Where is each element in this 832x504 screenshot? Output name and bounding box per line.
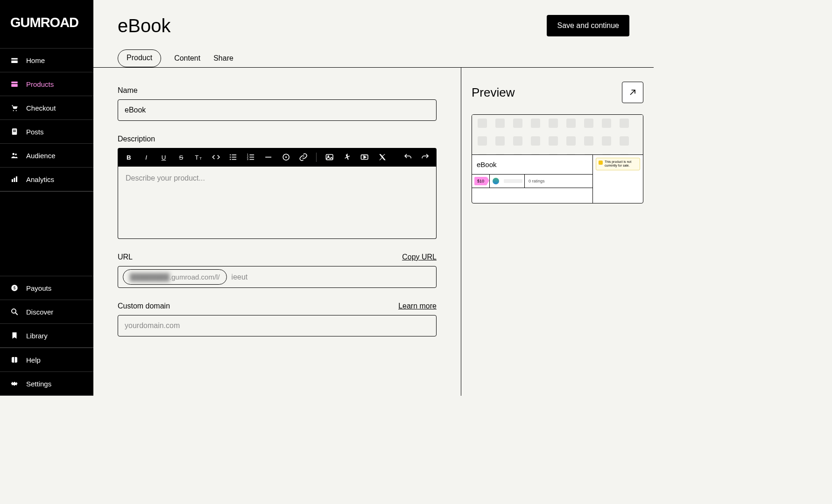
svg-point-26	[230, 159, 231, 160]
preview-notice-text: This product is not currently for sale.	[605, 160, 637, 168]
sidebar-item-checkout[interactable]: Checkout	[0, 96, 93, 120]
field-custom-domain: Custom domain Learn more	[118, 302, 437, 336]
twitter-button[interactable]	[378, 153, 387, 162]
nav-main: Home Products Checkout Posts Audience An…	[0, 48, 93, 191]
sidebar-item-home[interactable]: Home	[0, 49, 93, 72]
sidebar-item-label: Payouts	[26, 284, 51, 292]
description-label: Description	[118, 135, 155, 143]
posts-icon	[10, 127, 19, 136]
sidebar-item-label: Analytics	[26, 175, 54, 183]
preview-product-name: eBook	[472, 155, 592, 175]
editor-toolbar: B I U S TT 123	[118, 148, 437, 167]
tabs: Product Content Share	[118, 49, 629, 67]
italic-button[interactable]: I	[141, 153, 150, 162]
preview-notice: This product is not currently for sale.	[596, 158, 640, 170]
nav-secondary: $ Payouts Discover Library	[0, 276, 93, 348]
nav-spacer	[0, 191, 93, 276]
url-input-wrap: ████████.gumroad.com/l/	[118, 266, 437, 288]
name-input[interactable]	[118, 99, 437, 121]
sidebar-item-analytics[interactable]: Analytics	[0, 168, 93, 191]
page-title: eBook	[118, 15, 170, 36]
tab-product[interactable]: Product	[118, 49, 161, 67]
svg-rect-11	[12, 179, 13, 182]
svg-line-45	[630, 90, 635, 95]
sidebar-item-payouts[interactable]: $ Payouts	[0, 276, 93, 300]
image-button[interactable]	[325, 153, 334, 162]
horizontal-rule-button[interactable]	[264, 153, 273, 162]
open-preview-button[interactable]	[622, 82, 643, 103]
preview-author-placeholder	[504, 179, 522, 183]
numbered-list-button[interactable]: 123	[247, 153, 255, 162]
sidebar-item-label: Help	[26, 356, 41, 364]
save-and-continue-button[interactable]: Save and continue	[547, 15, 629, 36]
link-button[interactable]	[299, 153, 308, 162]
copy-url-link[interactable]: Copy URL	[402, 253, 437, 261]
tab-share[interactable]: Share	[213, 49, 233, 67]
sidebar-item-help[interactable]: Help	[0, 348, 93, 372]
sidebar-item-audience[interactable]: Audience	[0, 144, 93, 168]
quote-button[interactable]	[282, 153, 290, 162]
embed-button[interactable]	[343, 153, 352, 162]
strikethrough-button[interactable]: S	[176, 153, 185, 162]
payouts-icon: $	[10, 284, 19, 292]
toolbar-separator	[316, 153, 317, 162]
sidebar-item-label: Settings	[26, 380, 51, 388]
custom-domain-label: Custom domain	[118, 302, 170, 310]
main: eBook Save and continue Product Content …	[93, 0, 654, 396]
custom-domain-input[interactable]	[118, 315, 437, 336]
description-editor[interactable]: Describe your product...	[118, 167, 437, 239]
sidebar-item-label: Library	[26, 332, 48, 340]
svg-rect-3	[11, 84, 18, 87]
svg-rect-2	[11, 82, 18, 84]
learn-more-link[interactable]: Learn more	[398, 302, 437, 310]
header: eBook Save and continue Product Content …	[93, 0, 654, 68]
content-area: Name Description B I U S TT 123	[93, 68, 654, 396]
warning-icon	[599, 161, 603, 165]
svg-point-9	[13, 153, 15, 155]
tab-content[interactable]: Content	[174, 49, 200, 67]
form-panel: Name Description B I U S TT 123	[93, 68, 461, 396]
cart-icon	[10, 104, 19, 112]
svg-text:3: 3	[247, 158, 248, 161]
undo-button[interactable]	[403, 153, 412, 162]
sidebar-item-posts[interactable]: Posts	[0, 120, 93, 144]
text-size-button[interactable]: TT	[194, 153, 203, 162]
svg-rect-23	[232, 154, 237, 155]
redo-button[interactable]	[421, 153, 430, 162]
svg-rect-7	[13, 130, 16, 131]
bold-button[interactable]: B	[124, 153, 133, 162]
svg-rect-33	[249, 159, 254, 160]
sidebar-item-discover[interactable]: Discover	[0, 300, 93, 324]
svg-text:$: $	[13, 286, 15, 290]
sidebar-item-label: Audience	[26, 152, 56, 160]
preview-thumbnail	[472, 115, 643, 155]
bullet-list-button[interactable]	[229, 153, 238, 162]
svg-rect-19	[14, 357, 15, 363]
svg-point-5	[16, 110, 17, 111]
video-button[interactable]	[360, 153, 369, 162]
code-button[interactable]	[212, 153, 220, 162]
svg-rect-12	[14, 178, 15, 182]
name-label: Name	[118, 86, 138, 95]
svg-point-16	[12, 309, 16, 313]
svg-text:T: T	[199, 156, 202, 161]
sidebar-item-label: Products	[26, 80, 54, 88]
svg-rect-29	[249, 154, 254, 155]
svg-point-22	[230, 154, 231, 155]
sidebar-item-products[interactable]: Products	[0, 72, 93, 96]
sidebar-item-label: Checkout	[26, 104, 56, 112]
preview-price: $10	[474, 177, 487, 185]
svg-text:T: T	[195, 154, 198, 161]
svg-rect-13	[16, 176, 17, 182]
analytics-icon	[10, 175, 19, 183]
preview-heading: Preview	[472, 85, 515, 100]
url-slug-input[interactable]	[232, 273, 431, 281]
sidebar-item-library[interactable]: Library	[0, 324, 93, 348]
url-label: URL	[118, 253, 133, 261]
underline-button[interactable]: U	[159, 153, 168, 162]
nav-bottom: Help Settings	[0, 348, 93, 396]
svg-point-36	[286, 157, 287, 158]
field-description: Description B I U S TT 123	[118, 135, 437, 239]
sidebar-item-settings[interactable]: Settings	[0, 372, 93, 396]
url-prefix: ████████.gumroad.com/l/	[123, 269, 227, 285]
